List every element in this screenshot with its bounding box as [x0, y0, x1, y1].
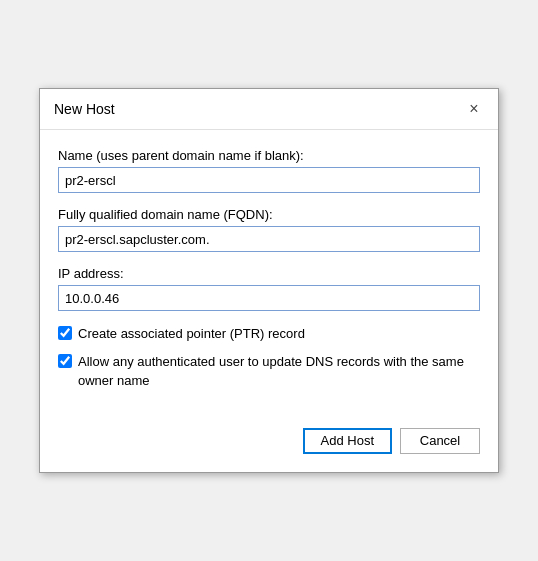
fqdn-input[interactable]: [58, 226, 480, 252]
dialog-footer: Add Host Cancel: [40, 414, 498, 472]
auth-checkbox-group: Allow any authenticated user to update D…: [58, 353, 480, 389]
ptr-checkbox-group: Create associated pointer (PTR) record: [58, 325, 480, 343]
auth-checkbox[interactable]: [58, 354, 72, 368]
ip-field-group: IP address:: [58, 266, 480, 311]
add-host-button[interactable]: Add Host: [303, 428, 392, 454]
dialog-title: New Host: [54, 101, 115, 117]
new-host-dialog: New Host × Name (uses parent domain name…: [39, 88, 499, 473]
name-input[interactable]: [58, 167, 480, 193]
ptr-checkbox[interactable]: [58, 326, 72, 340]
ptr-checkbox-label[interactable]: Create associated pointer (PTR) record: [78, 325, 305, 343]
name-field-group: Name (uses parent domain name if blank):: [58, 148, 480, 193]
fqdn-label: Fully qualified domain name (FQDN):: [58, 207, 480, 222]
dialog-content: Name (uses parent domain name if blank):…: [40, 130, 498, 414]
title-bar: New Host ×: [40, 89, 498, 130]
ip-input[interactable]: [58, 285, 480, 311]
ip-label: IP address:: [58, 266, 480, 281]
fqdn-field-group: Fully qualified domain name (FQDN):: [58, 207, 480, 252]
close-button[interactable]: ×: [464, 99, 484, 119]
cancel-button[interactable]: Cancel: [400, 428, 480, 454]
name-label: Name (uses parent domain name if blank):: [58, 148, 480, 163]
auth-checkbox-label[interactable]: Allow any authenticated user to update D…: [78, 353, 480, 389]
